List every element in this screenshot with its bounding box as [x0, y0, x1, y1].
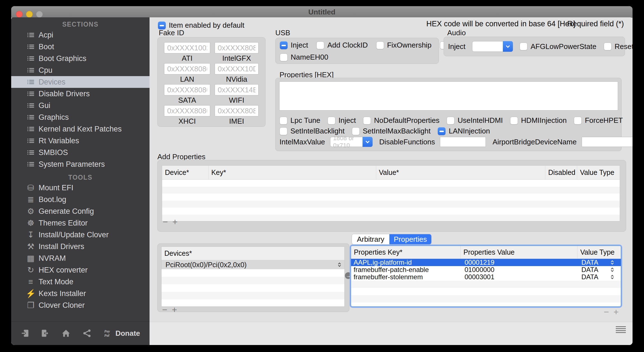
list-icon: [27, 56, 34, 61]
sidebar-tool-install-update-clover[interactable]: ↧Install/Update Clover: [11, 229, 150, 241]
hex-checkbox-useintelhdmi[interactable]: [447, 117, 454, 125]
sidebar-item-disable-drivers[interactable]: Disable Drivers: [11, 88, 150, 100]
titlebar[interactable]: Untitled: [11, 6, 633, 18]
properties-hex-group: Lpc TuneInjectNoDefaultPropertiesUseInte…: [275, 78, 622, 151]
device-row[interactable]: PciRoot(0x0)/Pci(0x2,0x0): [162, 260, 344, 269]
usb-checkbox-label-nameeh00: NameEH00: [291, 53, 328, 62]
properties-remove-button[interactable]: −: [604, 309, 609, 315]
properties-add-button[interactable]: +: [614, 309, 619, 315]
main-footer: [150, 322, 633, 345]
table-row: [162, 208, 620, 215]
hex-checkbox-hdmiinjection[interactable]: [510, 117, 518, 125]
sidebar-item-boot-graphics[interactable]: Boot Graphics: [11, 53, 150, 64]
sidebar-item-smbios[interactable]: SMBIOS: [11, 147, 150, 158]
sidebar-item-acpi[interactable]: Acpi: [11, 29, 150, 41]
sidebar-item-kernel-and-kext-patches[interactable]: Kernel and Kext Patches: [11, 123, 150, 135]
value-type-stepper[interactable]: [611, 275, 613, 279]
devices-table[interactable]: Devices* PciRoot(0x0)/Pci(0x2,0x0): [161, 247, 345, 307]
hex-checkbox-forcehpet[interactable]: [574, 117, 582, 125]
devices-remove-button[interactable]: −: [162, 307, 167, 313]
sidebar-tool-hex-converter[interactable]: ↻HEX converter: [11, 264, 150, 276]
fake-id-input-imei[interactable]: [215, 105, 259, 116]
intel-max-value-dropdown[interactable]: 1808 or 0x710: [330, 137, 373, 147]
hex-checkbox-setintelmaxbacklight[interactable]: [352, 127, 360, 135]
svg-text:Pay: Pay: [104, 329, 110, 333]
devices-add-button[interactable]: +: [172, 307, 177, 313]
audio-checkbox-label-resethda: ResetHDA: [615, 42, 633, 51]
tab-properties[interactable]: Properties: [389, 234, 431, 244]
properties-row-framebuffer-patch-enable[interactable]: framebuffer-patch-enable01000000DATA: [351, 266, 621, 273]
export-config-button[interactable]: [41, 329, 49, 337]
sidebar-tool-label: HEX converter: [39, 266, 88, 274]
value-type-column-header: Value Type: [577, 246, 619, 259]
sidebar-tool-kexts-installer[interactable]: ⚡Kexts Installer: [11, 288, 150, 299]
list-icon: [27, 32, 34, 37]
donate-button[interactable]: Pay Pal Donate: [103, 328, 140, 338]
audio-inject-dropdown[interactable]: [472, 41, 513, 52]
usb-checkbox-fixownership[interactable]: [376, 41, 384, 49]
hex-fields-row: IntelMaxValue 1808 or 0x710 DisableFunct…: [280, 137, 633, 147]
table-row: [162, 292, 344, 299]
sidebar-item-system-parameters[interactable]: System Parameters: [11, 158, 150, 170]
disable-functions-label: DisableFunctions: [379, 138, 435, 146]
item-enabled-checkbox[interactable]: [158, 22, 166, 29]
sidebar-tool-text-mode[interactable]: ≡Text Mode: [11, 276, 150, 288]
hex-checkbox-inject[interactable]: [328, 117, 335, 125]
import-config-button[interactable]: [21, 329, 29, 337]
hex-checkbox-lpc-tune[interactable]: [280, 117, 287, 125]
fake-id-input-ati[interactable]: [164, 42, 210, 53]
sidebar-tool-clover-cloner[interactable]: ❐Clover Cloner: [11, 299, 150, 311]
hex-checkbox-laninjection[interactable]: [438, 127, 446, 135]
value-type-stepper[interactable]: [611, 268, 613, 271]
device-row-stepper[interactable]: [338, 260, 340, 269]
sidebar-tool-install-drivers[interactable]: ⚒Install Drivers: [11, 241, 150, 252]
sidebar-item-gui[interactable]: Gui: [11, 100, 150, 111]
sidebar-tool-generate-config[interactable]: ⚙Generate Config: [11, 205, 150, 217]
add-properties-add-button[interactable]: +: [172, 219, 178, 225]
sidebar-item-boot[interactable]: Boot: [11, 41, 150, 53]
add-properties-group: Device*Key*Value*DisabledValue Type − +: [157, 160, 626, 232]
hex-checkbox-nodefaultproperties[interactable]: [363, 117, 371, 125]
share-button[interactable]: [83, 329, 91, 337]
properties-hex-textarea[interactable]: [279, 81, 618, 111]
sidebar-item-graphics[interactable]: Graphics: [11, 111, 150, 123]
audio-checkbox-resethda[interactable]: [604, 43, 612, 50]
tab-arbitrary[interactable]: Arbitrary: [352, 234, 389, 244]
properties-row-aapl-ig-platform-id[interactable]: AAPL,ig-platform-id00001219DATA: [351, 259, 621, 266]
usb-checkbox-label-inject: Inject: [291, 41, 308, 50]
fake-id-input-nvidia[interactable]: [215, 63, 259, 74]
fake-id-input-sata[interactable]: [164, 84, 210, 95]
usb-checkbox-add-clockid[interactable]: [316, 41, 324, 49]
sidebar-tool-boot-log[interactable]: ≣Boot.log: [11, 194, 150, 205]
fake-id-input-intelgfx[interactable]: [215, 42, 259, 53]
sidebar-item-label: Boot Graphics: [39, 54, 86, 63]
add-properties-table[interactable]: Device*Key*Value*DisabledValue Type: [162, 165, 620, 221]
sidebar-tool-nvram[interactable]: ▦NVRAM: [11, 252, 150, 264]
add-properties-remove-button[interactable]: −: [163, 219, 168, 225]
hex-checkbox-setintelbacklight[interactable]: [280, 127, 287, 135]
usb-checkbox-nameeh00[interactable]: [280, 53, 288, 61]
fake-id-input-lan[interactable]: [164, 63, 210, 74]
list-icon: [27, 91, 34, 96]
list-icon: [27, 150, 34, 155]
sidebar-tool-themes-editor[interactable]: ☸Themes Editor: [11, 217, 150, 229]
usb-checkbox-inject[interactable]: [280, 41, 288, 49]
menu-icon[interactable]: [616, 326, 626, 334]
properties-table-panel[interactable]: Properties Key* Properties Value Value T…: [351, 246, 621, 307]
arrow-right-icon: →: [346, 273, 351, 278]
properties-row-framebuffer-stolenmem[interactable]: framebuffer-stolenmem00003001DATA: [351, 273, 621, 281]
airport-bridge-input[interactable]: [582, 137, 633, 147]
fake-id-input-wifi[interactable]: [215, 84, 259, 95]
properties-key-column-header: Properties Key*: [351, 246, 461, 259]
list-icon: [27, 103, 34, 108]
home-button[interactable]: [61, 329, 70, 337]
audio-checkbox-afglowpowerstate[interactable]: [520, 43, 527, 50]
value-type-stepper[interactable]: [611, 261, 613, 264]
sidebar-item-cpu[interactable]: Cpu: [11, 64, 150, 76]
sidebar-item-rt-variables[interactable]: Rt Variables: [11, 135, 150, 147]
sidebar-item-devices[interactable]: Devices: [11, 76, 150, 88]
fake-id-input-xhci[interactable]: [164, 105, 210, 116]
sidebar-tool-mount-efi[interactable]: ⛁Mount EFI: [11, 182, 150, 194]
disable-functions-input[interactable]: [440, 137, 486, 147]
properties-row-value: 01000000: [461, 266, 577, 274]
